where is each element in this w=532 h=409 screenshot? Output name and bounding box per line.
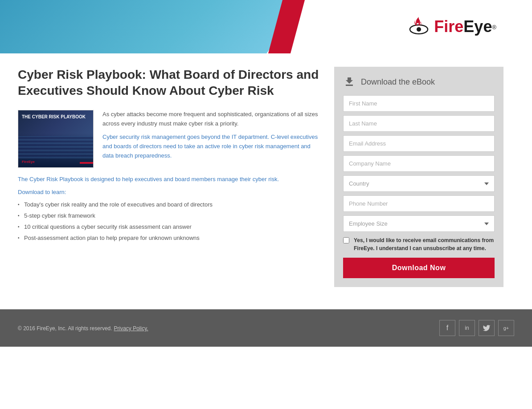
social-icons-group: f in g+: [439, 320, 514, 336]
linkedin-icon[interactable]: in: [459, 320, 475, 336]
logo-eye: Eye: [463, 17, 492, 36]
footer-copyright: © 2016 FireEye, Inc. All rights reserved…: [18, 324, 148, 332]
email-opt-in-row: Yes, I would like to receive email commu…: [343, 236, 495, 252]
company-group: [343, 155, 495, 172]
download-to-learn: Download to learn:: [18, 188, 321, 197]
svg-point-1: [417, 27, 421, 32]
book-section: THE CYBER RISK PLAYBOOK FireEye As cyber…: [18, 110, 321, 168]
book-text: As cyber attacks become more frequent an…: [102, 110, 321, 168]
paragraph1: As cyber attacks become more frequent an…: [102, 110, 321, 129]
header-logo: FireEye®: [408, 16, 496, 37]
last-name-input[interactable]: [343, 115, 495, 132]
company-input[interactable]: [343, 155, 495, 172]
employee-size-select[interactable]: Employee Size 1-50 51-200 201-500 501-10…: [343, 215, 495, 232]
email-opt-in-label: Yes, I would like to receive email commu…: [354, 236, 495, 252]
bullet-item-2: 5-step cyber risk framework: [18, 211, 321, 221]
download-now-button[interactable]: Download Now: [343, 258, 495, 278]
svg-rect-2: [346, 85, 353, 86]
country-group: Country United States United Kingdom Can…: [343, 175, 495, 192]
paragraph2: Cyber security risk management goes beyo…: [102, 133, 321, 160]
phone-input[interactable]: [343, 195, 495, 212]
page-title: Cyber Risk Playbook: What Board of Direc…: [18, 67, 321, 99]
left-column: Cyber Risk Playbook: What Board of Direc…: [18, 67, 321, 245]
book-cover: THE CYBER RISK PLAYBOOK FireEye: [18, 110, 94, 168]
facebook-icon[interactable]: f: [439, 320, 455, 336]
twitter-icon[interactable]: [479, 320, 495, 336]
bullet-list: Today's cyber risk reality and the role …: [18, 200, 321, 243]
first-name-group: [343, 95, 495, 112]
main-content: Cyber Risk Playbook: What Board of Direc…: [0, 53, 532, 305]
fireeye-flame-icon: [408, 16, 430, 37]
google-plus-icon[interactable]: g+: [498, 320, 514, 336]
book-cover-accent: [80, 162, 93, 164]
form-panel: Download the eBook Country United States…: [334, 67, 503, 287]
country-select[interactable]: Country United States United Kingdom Can…: [343, 175, 495, 192]
employee-size-group: Employee Size 1-50 51-200 201-500 501-10…: [343, 215, 495, 232]
form-title: Download the eBook: [361, 77, 435, 87]
email-opt-in-checkbox[interactable]: [343, 237, 349, 243]
logo-reg: ®: [492, 24, 496, 31]
phone-group: [343, 195, 495, 212]
bullet-item-4: Post-assessment action plan to help prep…: [18, 234, 321, 243]
last-name-group: [343, 115, 495, 132]
copyright-text: © 2016 FireEye, Inc. All rights reserved…: [18, 325, 112, 332]
logo-wordmark: FireEye®: [434, 17, 496, 36]
email-group: [343, 135, 495, 152]
body-text: The Cyber Risk Playbook is designed to h…: [18, 175, 321, 243]
footer: © 2016 FireEye, Inc. All rights reserved…: [0, 309, 532, 347]
privacy-policy-link[interactable]: Privacy Policy.: [114, 325, 148, 332]
bullet-item-1: Today's cyber risk reality and the role …: [18, 200, 321, 210]
email-input[interactable]: [343, 135, 495, 152]
book-cover-title: THE CYBER RISK PLAYBOOK: [22, 114, 90, 120]
first-name-input[interactable]: [343, 95, 495, 112]
paragraph3: The Cyber Risk Playbook is designed to h…: [18, 175, 321, 184]
logo-fire: Fire: [434, 17, 463, 36]
bullet-item-3: 10 critical questions a cyber security r…: [18, 223, 321, 232]
download-ebook-icon: [343, 76, 356, 88]
book-cover-logo: FireEye: [22, 160, 35, 164]
header-blue-bar: [0, 0, 303, 53]
header: FireEye®: [0, 0, 532, 53]
form-header: Download the eBook: [343, 76, 495, 88]
